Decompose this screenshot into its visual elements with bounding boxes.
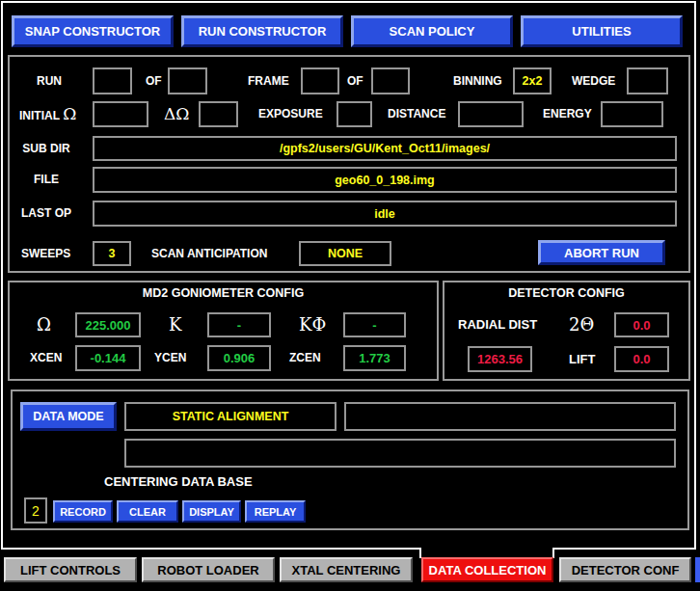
alignment-aux-display-2 xyxy=(124,439,676,468)
tab-data-collection[interactable]: DATA COLLECTION xyxy=(421,557,553,582)
lift-value: 0.0 xyxy=(614,346,669,372)
run-of-field[interactable] xyxy=(168,67,207,94)
window-frame-top xyxy=(1,1,696,3)
abort-run-button[interactable]: ABORT RUN xyxy=(538,240,665,265)
last-op-display: idle xyxy=(93,201,677,227)
window-frame-right xyxy=(694,1,696,550)
gonio-kappa-label: K xyxy=(169,312,181,337)
data-mode-display: STATIC ALIGNMENT xyxy=(124,402,337,431)
window-frame-bottom-left xyxy=(1,548,421,550)
radial-dist-value: 1263.56 xyxy=(468,346,532,372)
ycen-value: 0.906 xyxy=(207,345,271,371)
exposure-field[interactable] xyxy=(337,101,372,127)
frame-of-field[interactable] xyxy=(371,67,410,94)
gonio-omega-value: 225.000 xyxy=(75,312,141,337)
window-frame-left xyxy=(1,1,3,550)
record-button[interactable]: RECORD xyxy=(53,500,113,523)
two-theta-label: 2Θ xyxy=(569,312,594,337)
run-status-panel: RUN OF FRAME OF BINNING 2x2 WEDGE INITIA… xyxy=(8,55,690,273)
wedge-field[interactable] xyxy=(627,67,668,94)
last-op-label: LAST OP xyxy=(10,201,83,227)
sweeps-field[interactable]: 3 xyxy=(93,241,131,266)
exposure-label: EXPOSURE xyxy=(258,101,323,127)
data-collection-window: SNAP CONSTRUCTOR RUN CONSTRUCTOR SCAN PO… xyxy=(0,0,700,591)
radial-dist-label: RADIAL DIST xyxy=(458,312,537,337)
goniometer-config-panel: MD2 GONIOMETER CONFIG Ω 225.000 K - ΚΦ -… xyxy=(8,281,439,381)
ycen-label: YCEN xyxy=(154,345,186,371)
partial-tab-right[interactable] xyxy=(695,557,700,582)
binning-field[interactable]: 2x2 xyxy=(513,67,552,94)
record-count-field[interactable]: 2 xyxy=(24,497,47,524)
sub-dir-field[interactable]: /gpfs2/users/GU/Kent_Oct11/images/ xyxy=(93,136,677,161)
gonio-kappa-phi-value: - xyxy=(343,312,406,337)
distance-field[interactable] xyxy=(458,101,524,127)
zcen-value: 1.773 xyxy=(343,345,406,371)
run-constructor-button[interactable]: RUN CONSTRUCTOR xyxy=(181,15,343,47)
gonio-kappa-phi-label: ΚΦ xyxy=(299,312,326,337)
run-field[interactable] xyxy=(93,67,132,94)
wedge-label: WEDGE xyxy=(572,67,615,94)
detector-config-panel: DETECTOR CONFIG RADIAL DIST 2Θ 0.0 1263.… xyxy=(443,281,690,381)
delta-omega-field[interactable] xyxy=(199,101,238,127)
sub-dir-label: SUB DIR xyxy=(10,136,83,161)
initial-omega-label: INITIAL Ω xyxy=(19,101,76,129)
scan-anticipation-field[interactable]: NONE xyxy=(299,241,391,266)
window-frame-bottom-right xyxy=(552,548,696,550)
goniometer-panel-title: MD2 GONIOMETER CONFIG xyxy=(10,286,437,300)
scan-policy-button[interactable]: SCAN POLICY xyxy=(351,15,513,47)
delta-omega-label: ΔΩ xyxy=(164,101,189,127)
distance-label: DISTANCE xyxy=(388,101,445,127)
centering-database-title: CENTERING DATA BASE xyxy=(104,474,253,489)
tab-lift-controls[interactable]: LIFT CONTROLS xyxy=(4,557,137,582)
energy-label: ENERGY xyxy=(543,101,592,127)
gonio-kappa-value: - xyxy=(207,312,271,337)
alignment-aux-display-1 xyxy=(344,402,676,431)
binning-label: BINNING xyxy=(453,67,502,94)
clear-button[interactable]: CLEAR xyxy=(117,500,178,523)
file-field[interactable]: geo60_0_198.img xyxy=(93,167,677,193)
display-button[interactable]: DISPLAY xyxy=(182,500,241,523)
detector-panel-title: DETECTOR CONFIG xyxy=(444,286,688,300)
energy-field[interactable] xyxy=(601,101,663,127)
snap-constructor-button[interactable]: SNAP CONSTRUCTOR xyxy=(12,15,174,47)
sweeps-label: SWEEPS xyxy=(21,241,70,266)
gonio-omega-label: Ω xyxy=(37,312,51,337)
utilities-button[interactable]: UTILITIES xyxy=(521,15,683,47)
frame-of-label: OF xyxy=(347,67,363,94)
initial-omega-field[interactable] xyxy=(93,101,148,127)
replay-button[interactable]: REPLAY xyxy=(245,500,306,523)
frame-field[interactable] xyxy=(301,67,339,94)
xcen-label: XCEN xyxy=(30,345,62,371)
tab-detector-conf[interactable]: DETECTOR CONF xyxy=(559,557,691,582)
file-label: FILE xyxy=(10,167,83,193)
data-mode-button[interactable]: DATA MODE xyxy=(20,402,117,431)
run-label: RUN xyxy=(37,67,62,94)
run-of-label: OF xyxy=(146,67,162,94)
xcen-value: -0.144 xyxy=(75,345,141,371)
omega-symbol: Ω xyxy=(63,104,76,123)
alignment-panel: DATA MODE STATIC ALIGNMENT CENTERING DAT… xyxy=(11,390,689,530)
zcen-label: ZCEN xyxy=(289,345,321,371)
scan-anticipation-label: SCAN ANTICIPATION xyxy=(151,241,267,266)
tab-xtal-centering[interactable]: XTAL CENTERING xyxy=(280,557,413,582)
tab-robot-loader[interactable]: ROBOT LOADER xyxy=(142,557,275,582)
two-theta-value: 0.0 xyxy=(614,312,669,337)
lift-label: LIFT xyxy=(569,346,595,372)
frame-label: FRAME xyxy=(248,67,289,94)
